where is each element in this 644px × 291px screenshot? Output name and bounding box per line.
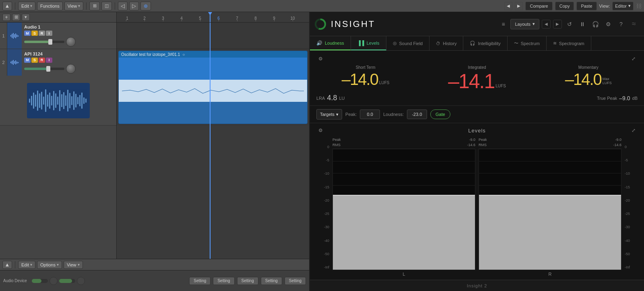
- track-options-btn[interactable]: ⊞: [12, 14, 20, 21]
- levels-chart: 0 -5 -10 -15 -20 -25 -30 -40 -50 -Inf Pe…: [316, 138, 638, 277]
- target-icon[interactable]: ⊛: [140, 2, 151, 10]
- headphones-icon-btn[interactable]: 🎧: [590, 19, 601, 29]
- resize-icon[interactable]: ⊞: [89, 2, 100, 10]
- tab-spectrum[interactable]: 〜 Spectrum: [508, 36, 547, 50]
- levels-expand-btn[interactable]: ⤢: [630, 126, 638, 134]
- tab-history[interactable]: ⏱ History: [429, 36, 463, 50]
- functions-menu[interactable]: Functions: [37, 2, 63, 10]
- setting-btn-4[interactable]: Setting: [261, 277, 282, 285]
- setting-btn-5[interactable]: Setting: [285, 277, 306, 285]
- loudness-expand-btn[interactable]: ⤢: [630, 55, 638, 63]
- loudness-input[interactable]: [407, 109, 427, 119]
- tick-3: 3: [154, 16, 172, 21]
- help-icon-btn[interactable]: ?: [616, 19, 626, 29]
- integrated-col: Integrated –14.1 LUFS: [418, 65, 536, 91]
- setting-btn-3[interactable]: Setting: [237, 277, 258, 285]
- fader-track-2[interactable]: [24, 68, 64, 70]
- levels-settings-btn[interactable]: ⚙: [316, 126, 324, 134]
- yr-neg10: -10: [625, 171, 630, 175]
- spectrum-tab-label: Spectrum: [521, 41, 540, 46]
- bottom-up-btn[interactable]: ▲: [2, 261, 12, 269]
- svg-rect-36: [73, 91, 74, 110]
- insight-tabs: 🔊 Loudness ▐▐ Levels ◎ Sound Field ⏱ His…: [310, 36, 644, 51]
- y-axis-left: 0 -5 -10 -15 -20 -25 -30 -40 -50 -Inf: [316, 138, 331, 277]
- track-dial-2[interactable]: [66, 64, 76, 74]
- svg-rect-38: [77, 97, 78, 104]
- prev-icon[interactable]: ◁: [118, 2, 128, 10]
- reset-icon-btn[interactable]: ↺: [564, 19, 575, 29]
- insight-prev-btn[interactable]: ◀: [504, 2, 512, 10]
- track-m-btn-2[interactable]: M: [24, 58, 31, 63]
- l-peak-value: -9.0: [469, 138, 475, 142]
- svg-rect-15: [31, 96, 32, 105]
- paste-button[interactable]: Paste: [576, 2, 597, 10]
- insight-header: INSIGHT ≡ Layouts ▾ ◀ ▶ ↺ ⏸ 🎧 ⚙ ? ≈: [310, 12, 644, 36]
- split-icon[interactable]: ◫: [101, 2, 112, 10]
- bottom-view-menu[interactable]: View ▾: [64, 261, 83, 269]
- link-icon[interactable]: ⛓: [636, 3, 642, 9]
- insight-menu-btn[interactable]: ≡: [498, 19, 508, 29]
- audio-knob-2[interactable]: [77, 277, 85, 285]
- fader-track-1[interactable]: [24, 41, 64, 43]
- peak-input[interactable]: [360, 109, 380, 119]
- tab-intelligibility[interactable]: 🎧 Intelligibility: [463, 36, 507, 50]
- svg-rect-17: [35, 95, 36, 107]
- compare-button[interactable]: Compare: [525, 2, 552, 10]
- gate-btn[interactable]: Gate: [430, 109, 450, 119]
- bottom-options-menu[interactable]: Options ▾: [37, 261, 62, 269]
- fader-knob-1[interactable]: [48, 39, 52, 45]
- track-i-btn-1[interactable]: I: [46, 31, 52, 36]
- svg-rect-28: [57, 97, 58, 105]
- settings-icon-btn[interactable]: ⚙: [603, 19, 613, 29]
- targets-select[interactable]: Targets ▾: [316, 109, 342, 120]
- fader-knob-2[interactable]: [46, 66, 50, 72]
- pause-icon-btn[interactable]: ⏸: [577, 19, 588, 29]
- track-r-btn-1[interactable]: R: [39, 31, 45, 36]
- tab-sound-field[interactable]: ◎ Sound Field: [386, 36, 430, 50]
- tab-spectrogram[interactable]: ≋ Spectrogram: [547, 36, 591, 50]
- svg-rect-34: [69, 93, 70, 108]
- up-btn[interactable]: ▲: [2, 2, 12, 10]
- insight-prev-layout[interactable]: ◀: [542, 20, 551, 29]
- fader-fill-2: [24, 68, 48, 70]
- levels-section: ⚙ Levels ⤢ 0 -5 -10 -15 -20 -25 -30 -40 …: [310, 123, 644, 280]
- view-select[interactable]: Editor ▾: [612, 2, 634, 10]
- audio-knob-1[interactable]: [50, 277, 58, 285]
- track-menu-btn[interactable]: ▾: [22, 14, 30, 21]
- tab-loudness[interactable]: 🔊 Loudness: [310, 36, 351, 50]
- r-bar-container: [479, 149, 621, 270]
- next-icon[interactable]: ▷: [129, 2, 139, 10]
- insight-controls: ≡ Layouts ▾ ◀ ▶ ↺ ⏸ 🎧 ⚙ ? ≈: [498, 19, 639, 29]
- insight-next-layout[interactable]: ▶: [553, 20, 562, 29]
- y-neg20: -20: [324, 198, 329, 202]
- copy-button[interactable]: Copy: [555, 2, 574, 10]
- setting-btn-1[interactable]: Setting: [189, 277, 211, 285]
- track-i-btn-2[interactable]: I: [46, 58, 52, 63]
- edit-menu[interactable]: Edit ▾: [18, 2, 35, 10]
- loudness-section: ⚙ ⤢ Short Term –14.0 LUFS Integrated: [310, 51, 644, 106]
- track-1-content[interactable]: [117, 23, 309, 49]
- audio-device-label: Audio Device: [3, 279, 27, 283]
- channel-r-rms: RMS -14.6: [479, 143, 621, 147]
- track-m-btn-1[interactable]: M: [24, 31, 31, 36]
- track-fader-2: [24, 64, 114, 74]
- setting-btn-2[interactable]: Setting: [213, 277, 234, 285]
- insight-panel: INSIGHT ≡ Layouts ▾ ◀ ▶ ↺ ⏸ 🎧 ⚙ ? ≈ 🔊: [310, 12, 644, 291]
- r-bar-fill: [479, 195, 621, 270]
- svg-rect-16: [33, 93, 34, 109]
- loudness-settings-btn[interactable]: ⚙: [316, 55, 324, 63]
- track-dial-1[interactable]: [66, 37, 76, 47]
- tick-4: 4: [172, 16, 191, 21]
- track-2-content[interactable]: Oscillator test for izotope_3#01.1 ○: [117, 49, 309, 126]
- layouts-btn[interactable]: Layouts ▾: [510, 19, 539, 29]
- track-s-btn-2[interactable]: S: [31, 58, 38, 63]
- track-r-btn-2[interactable]: R: [39, 58, 45, 63]
- view-menu[interactable]: View ▾: [64, 2, 84, 10]
- track-s-btn-1[interactable]: S: [31, 31, 38, 36]
- add-track-btn[interactable]: +: [2, 14, 10, 21]
- bottom-edit-menu[interactable]: Edit ▾: [18, 261, 35, 269]
- tab-levels[interactable]: ▐▐ Levels: [351, 36, 386, 50]
- audio-clip[interactable]: Oscillator test for izotope_3#01.1 ○: [118, 51, 308, 124]
- insight-next-btn[interactable]: ▶: [515, 2, 523, 10]
- expand-icon-btn[interactable]: ≈: [629, 19, 639, 29]
